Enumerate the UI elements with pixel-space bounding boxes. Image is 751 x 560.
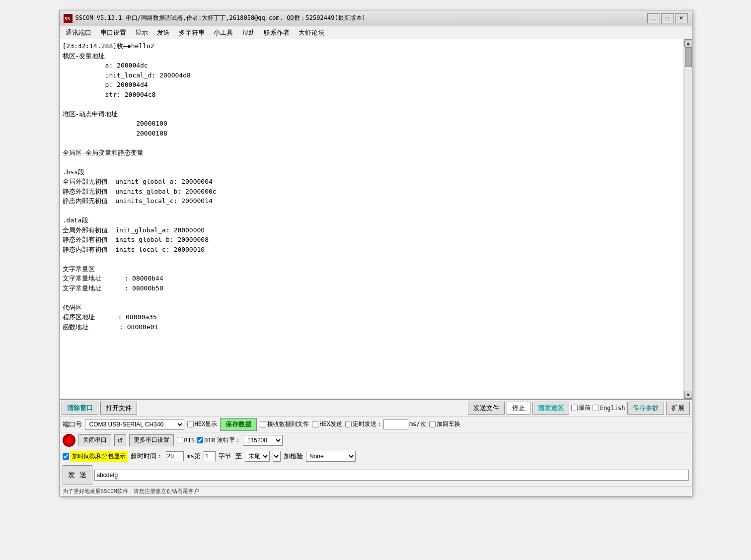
hex-send-label: HEX发送 (319, 420, 342, 428)
menu-contact[interactable]: 联系作者 (260, 27, 294, 38)
expand-button[interactable]: 扩展 (666, 402, 690, 415)
timestamp-label: 加时间戳和分包显示 (70, 451, 128, 462)
menu-display[interactable]: 显示 (131, 27, 152, 38)
port-label: 端口号 (63, 420, 82, 429)
window-controls: — □ ✕ (647, 13, 688, 23)
baud-select[interactable]: 115200 (243, 435, 283, 446)
port-select[interactable]: COM3 USB-SERIAL CH340 (85, 419, 184, 430)
menu-comm-port[interactable]: 通讯端口 (62, 27, 95, 38)
menu-serial-settings[interactable]: 串口设置 (96, 27, 130, 38)
timestamp-item: 加时间戳和分包显示 (63, 451, 128, 462)
window-title: SSCOM V5.13.1 串口/网络数据调试器,作者:大虾丁丁,2618058… (75, 14, 647, 22)
hex-send-checkbox[interactable] (312, 421, 318, 427)
status-text: 为了更好地发展SSCOM软件，请您注册嘉立创钻石尾客户 (63, 488, 199, 494)
status-bar: 为了更好地发展SSCOM软件，请您注册嘉立创钻石尾客户 (60, 486, 692, 496)
rts-dtr-row: RTS DTR 波特率： 115200 (177, 435, 283, 446)
scrollbar[interactable]: ▲ ▼ (684, 39, 692, 399)
hex-display-checkbox[interactable] (187, 421, 194, 427)
output-area[interactable]: [23:32:14.288]收←◆hello2 栈区-变量地址 a: 20000… (60, 39, 684, 399)
main-content: [23:32:14.288]收←◆hello2 栈区-变量地址 a: 20000… (60, 39, 692, 399)
rts-label: RTS (184, 437, 195, 444)
timer-send-checkbox[interactable] (345, 421, 352, 427)
rts-checkbox[interactable] (177, 437, 183, 443)
menu-multistring[interactable]: 多字符串 (175, 27, 209, 38)
menu-tools[interactable]: 小工具 (210, 27, 237, 38)
rts-item: RTS (177, 437, 195, 444)
last-checkbox[interactable] (571, 405, 578, 411)
english-checkbox[interactable] (593, 405, 599, 411)
checksum-select[interactable]: None (306, 451, 356, 462)
close-port-button[interactable]: 关闭串口 (78, 434, 111, 446)
save-param-button[interactable]: 保存参数 (627, 402, 664, 415)
dtr-label: DTR (204, 437, 215, 444)
hex-display-item: HEX显示 (187, 420, 218, 428)
close-button[interactable]: ✕ (675, 13, 688, 23)
byte-unit-label: 字节 至 (219, 452, 242, 461)
hex-display-label: HEX显示 (195, 420, 218, 428)
menu-send[interactable]: 发送 (153, 27, 174, 38)
clear-send-button[interactable]: 清发送区 (532, 402, 569, 415)
timestamp-checkbox[interactable] (63, 453, 69, 460)
timer-send-item: 定时发送： 1000 ms/次 (345, 420, 426, 429)
timeout-label: 超时时间： (131, 452, 163, 461)
hex-send-item: HEX发送 (312, 420, 342, 428)
maximize-button[interactable]: □ (661, 13, 674, 23)
english-checkbox-item: English (593, 405, 625, 412)
end-arrow-select[interactable]: ▼ (273, 451, 281, 462)
port-row-2: 关闭串口 ↺ 更多串口设置 RTS DTR 波特率： 115200 (60, 432, 692, 448)
title-bar: SS SSCOM V5.13.1 串口/网络数据调试器,作者:大虾丁丁,2618… (60, 10, 692, 26)
minimize-button[interactable]: — (647, 13, 660, 23)
refresh-button[interactable]: ↺ (114, 434, 126, 446)
status-indicator (63, 434, 75, 447)
send-button[interactable]: 发 送 (63, 465, 92, 485)
timer-send-label: 定时发送： (353, 420, 382, 428)
main-window: SS SSCOM V5.13.1 串口/网络数据调试器,作者:大虾丁丁,2618… (59, 10, 692, 496)
svg-text:SS: SS (65, 16, 70, 21)
menu-bar: 通讯端口 串口设置 显示 发送 多字符串 小工具 帮助 联系作者 大虾论坛 (60, 26, 692, 39)
toolbar-row: 清除窗口 打开文件 发送文件 停止 清发送区 最前 English 保存参数 扩… (60, 400, 692, 417)
send-file-button[interactable]: 发送文件 (468, 402, 505, 415)
timeout-input[interactable] (166, 451, 184, 461)
open-file-button[interactable]: 打开文件 (100, 402, 137, 415)
bottom-panel: 清除窗口 打开文件 发送文件 停止 清发送区 最前 English 保存参数 扩… (60, 399, 692, 496)
add-cr-label: 加回车换 (437, 420, 460, 428)
scroll-down-button[interactable]: ▼ (684, 391, 692, 399)
timer-unit-label: ms/次 (409, 420, 426, 428)
port-row: 端口号 COM3 USB-SERIAL CH340 HEX显示 保存数据 接收数… (60, 417, 692, 432)
receive-to-file-item: 接收数据到文件 (260, 420, 309, 428)
menu-forum[interactable]: 大虾论坛 (295, 27, 328, 38)
scroll-up-button[interactable]: ▲ (684, 39, 692, 47)
clear-window-button[interactable]: 清除窗口 (62, 402, 98, 415)
end-select[interactable]: 末尾 (245, 451, 270, 462)
stop-button[interactable]: 停止 (507, 402, 530, 415)
timer-value-input[interactable]: 1000 (383, 420, 408, 429)
dtr-checkbox[interactable] (197, 437, 203, 443)
menu-help[interactable]: 帮助 (238, 27, 259, 38)
last-checkbox-item: 最前 (571, 404, 591, 412)
send-area-row: 发 送 (60, 464, 692, 486)
english-label: English (600, 405, 625, 412)
send-input[interactable] (94, 470, 689, 481)
save-data-button[interactable]: 保存数据 (220, 418, 257, 431)
receive-to-file-label: 接收数据到文件 (267, 420, 309, 428)
dtr-item: DTR (197, 437, 215, 444)
scroll-thumb[interactable] (685, 47, 692, 67)
add-cr-item: 加回车换 (429, 420, 460, 428)
baud-label: 波特率： (217, 436, 241, 444)
more-settings-button[interactable]: 更多串口设置 (129, 434, 174, 446)
scroll-track[interactable] (684, 47, 692, 391)
last-label: 最前 (579, 404, 591, 412)
checksum-label: 加检验 (284, 452, 303, 461)
byte-num-input[interactable] (204, 451, 216, 461)
time-row: 加时间戳和分包显示 超时时间： ms第 字节 至 末尾 ▼ 加检验 None (60, 448, 692, 464)
add-cr-checkbox[interactable] (429, 421, 436, 427)
receive-to-file-checkbox[interactable] (260, 421, 266, 427)
app-icon: SS (64, 14, 73, 23)
ms-label: ms第 (187, 452, 201, 461)
